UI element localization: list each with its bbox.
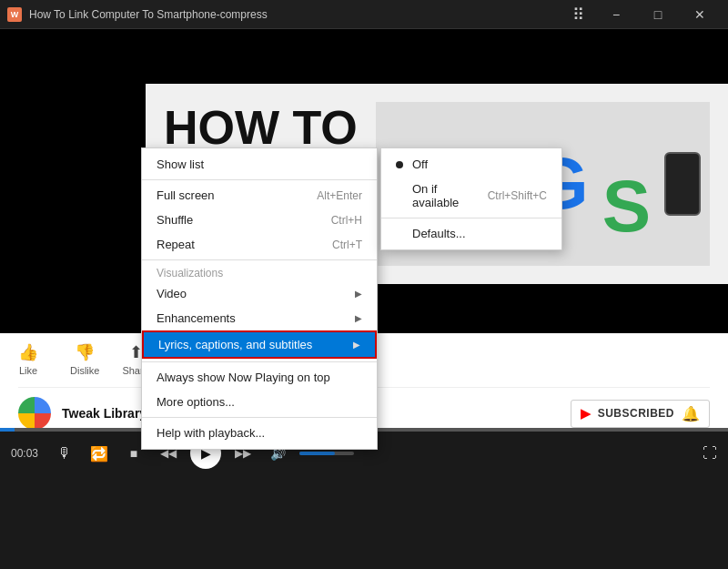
submenu-item-on-if-available[interactable]: On if available Ctrl+Shift+C (381, 177, 561, 215)
menu-label-full-screen: Full screen (157, 188, 215, 202)
shortcut-full-screen: Alt+Enter (317, 189, 362, 202)
menu-label-shuffle: Shuffle (157, 213, 193, 227)
menu-divider-1 (142, 179, 377, 180)
apps-icon: ⠿ (572, 5, 586, 25)
submenu-label-defaults: Defaults... (412, 227, 466, 240)
dislike-label: Dislike (70, 365, 99, 376)
how-to-text: HOW TO (164, 102, 358, 154)
menu-item-repeat[interactable]: Repeat Ctrl+T (142, 232, 377, 257)
menu-label-more-options: More options... (157, 395, 235, 409)
menu-item-shuffle[interactable]: Shuffle Ctrl+H (142, 208, 377, 232)
menu-item-full-screen[interactable]: Full screen Alt+Enter (142, 183, 377, 208)
subscribed-text: SUBSCRIBED (598, 407, 674, 420)
menu-item-enhancements[interactable]: Enhancements ▶ (142, 306, 377, 330)
menu-label-help: Help with playback... (157, 426, 265, 440)
shortcut-on-if-available: Ctrl+Shift+C (488, 189, 547, 202)
dislike-icon: 👎 (75, 342, 95, 362)
radio-dot-off (396, 161, 403, 168)
channel-name: Tweak Library (62, 406, 147, 421)
submenu-label-on-if-available: On if available (412, 182, 479, 209)
volume-slider[interactable] (299, 452, 354, 455)
menu-divider-4 (142, 417, 377, 418)
submenu-divider (381, 218, 561, 218)
video-area: HOW TO G S (0, 29, 728, 475)
arrow-enhancements: ▶ (355, 313, 362, 323)
menu-item-help[interactable]: Help with playback... (142, 421, 377, 445)
youtube-logo-icon: ▶ (581, 406, 591, 421)
menu-label-repeat: Repeat (157, 238, 195, 251)
maximize-button[interactable]: □ (637, 0, 679, 29)
menu-label-video: Video (157, 287, 187, 300)
submenu-item-off[interactable]: Off (381, 152, 561, 177)
menu-label-enhancements: Enhancements (157, 311, 236, 325)
submenu-item-defaults[interactable]: Defaults... (381, 221, 561, 246)
app-icon: W (7, 7, 22, 22)
subscribe-button[interactable]: ▶ SUBSCRIBED 🔔 (571, 400, 710, 428)
like-label: Like (19, 365, 37, 376)
menu-label-always-show: Always show Now Playing on top (157, 371, 330, 384)
arrow-lyrics: ▶ (353, 340, 360, 350)
like-icon: 👍 (18, 342, 38, 362)
minimize-button[interactable]: − (595, 0, 637, 29)
close-button[interactable]: ✕ (679, 0, 721, 29)
menu-item-video[interactable]: Video ▶ (142, 281, 377, 306)
menu-divider-3 (142, 361, 377, 362)
fullscreen-button[interactable]: ⛶ (703, 445, 717, 462)
menu-item-lyrics[interactable]: Lyrics, captions, and subtitles ▶ (142, 330, 377, 359)
menu-item-always-show[interactable]: Always show Now Playing on top (142, 365, 377, 390)
repeat-button[interactable]: 🔁 (86, 441, 112, 466)
title-bar-left: W How To Link Computer To Smartphone-com… (7, 7, 268, 22)
volume-fill (299, 452, 335, 455)
title-bar: W How To Link Computer To Smartphone-com… (0, 0, 728, 29)
submenu-label-off: Off (412, 157, 428, 171)
microphone-button[interactable]: 🎙 (52, 441, 77, 466)
menu-label-show-list: Show list (157, 157, 204, 171)
menu-item-more-options[interactable]: More options... (142, 390, 377, 414)
shortcut-repeat: Ctrl+T (332, 239, 362, 251)
phone-image (664, 152, 701, 216)
window-title: How To Link Computer To Smartphone-compr… (29, 8, 268, 21)
progress-fill (0, 428, 15, 432)
green-s-letter: S (602, 165, 651, 249)
menu-divider-2 (142, 259, 377, 260)
time-display: 00:03 (11, 447, 43, 460)
menu-grayed-visualizations: Visualizations (142, 263, 377, 281)
menu-label-lyrics: Lyrics, captions, and subtitles (158, 338, 312, 351)
notification-bell-icon: 🔔 (682, 405, 700, 422)
channel-logo (18, 397, 51, 430)
menu-item-show-list[interactable]: Show list (142, 152, 377, 177)
like-button[interactable]: 👍 Like (18, 342, 38, 376)
arrow-video: ▶ (355, 289, 362, 299)
dislike-button[interactable]: 👎 Dislike (70, 342, 99, 376)
submenu-lyrics: Off On if available Ctrl+Shift+C Default… (380, 147, 562, 250)
shortcut-shuffle: Ctrl+H (331, 214, 362, 227)
context-menu: Show list Full screen Alt+Enter Shuffle … (141, 147, 378, 450)
window-controls: − □ ✕ (595, 0, 721, 29)
